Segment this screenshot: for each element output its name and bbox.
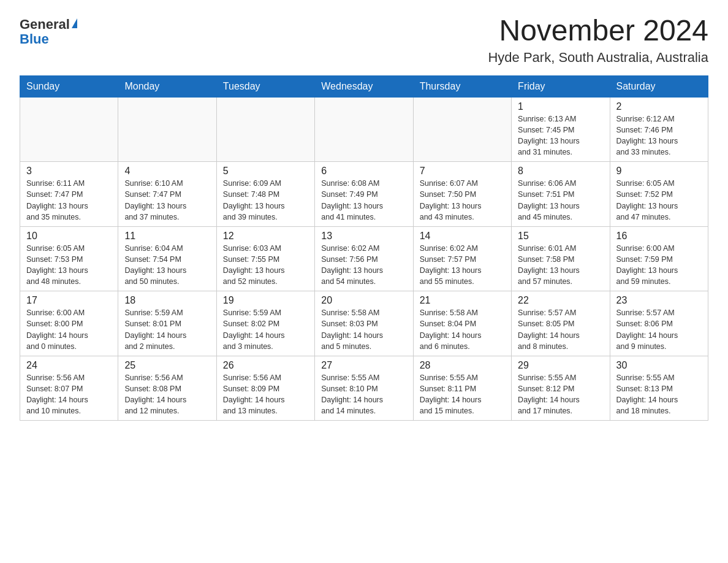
week-row-5: 24Sunrise: 5:56 AM Sunset: 8:07 PM Dayli… <box>20 356 708 421</box>
day-info: Sunrise: 5:56 AM Sunset: 8:09 PM Dayligh… <box>223 372 308 417</box>
table-cell: 18Sunrise: 5:59 AM Sunset: 8:01 PM Dayli… <box>118 291 216 356</box>
table-cell <box>118 97 216 162</box>
day-info: Sunrise: 6:10 AM Sunset: 7:47 PM Dayligh… <box>124 178 210 223</box>
header-saturday: Saturday <box>610 75 708 97</box>
day-info: Sunrise: 6:07 AM Sunset: 7:50 PM Dayligh… <box>420 178 505 223</box>
table-cell: 25Sunrise: 5:56 AM Sunset: 8:08 PM Dayli… <box>118 356 216 421</box>
calendar-table: Sunday Monday Tuesday Wednesday Thursday… <box>20 75 708 421</box>
day-info: Sunrise: 6:12 AM Sunset: 7:46 PM Dayligh… <box>616 113 702 158</box>
day-info: Sunrise: 6:00 AM Sunset: 8:00 PM Dayligh… <box>26 307 112 352</box>
table-cell: 28Sunrise: 5:55 AM Sunset: 8:11 PM Dayli… <box>413 356 511 421</box>
day-info: Sunrise: 6:05 AM Sunset: 7:52 PM Dayligh… <box>616 178 702 223</box>
logo-triangle-icon <box>72 18 77 28</box>
table-cell: 1Sunrise: 6:13 AM Sunset: 7:45 PM Daylig… <box>512 97 610 162</box>
header-thursday: Thursday <box>413 75 511 97</box>
table-cell: 19Sunrise: 5:59 AM Sunset: 8:02 PM Dayli… <box>216 291 314 356</box>
day-number: 24 <box>26 360 112 371</box>
table-cell: 5Sunrise: 6:09 AM Sunset: 7:48 PM Daylig… <box>216 162 314 227</box>
day-number: 3 <box>26 166 112 177</box>
day-info: Sunrise: 6:06 AM Sunset: 7:51 PM Dayligh… <box>518 178 603 223</box>
title-area: November 2024 Hyde Park, South Australia… <box>488 15 708 66</box>
day-number: 14 <box>420 231 505 242</box>
day-number: 4 <box>124 166 210 177</box>
day-info: Sunrise: 5:55 AM Sunset: 8:10 PM Dayligh… <box>321 372 406 417</box>
page-header: General Blue November 2024 Hyde Park, So… <box>20 15 708 66</box>
logo: General Blue <box>20 15 77 47</box>
day-number: 17 <box>26 295 112 306</box>
table-cell: 16Sunrise: 6:00 AM Sunset: 7:59 PM Dayli… <box>610 226 708 291</box>
day-number: 27 <box>321 360 406 371</box>
day-number: 19 <box>223 295 308 306</box>
day-number: 16 <box>616 231 702 242</box>
header-monday: Monday <box>118 75 216 97</box>
week-row-1: 1Sunrise: 6:13 AM Sunset: 7:45 PM Daylig… <box>20 97 708 162</box>
day-info: Sunrise: 5:56 AM Sunset: 8:08 PM Dayligh… <box>124 372 210 417</box>
day-info: Sunrise: 6:00 AM Sunset: 7:59 PM Dayligh… <box>616 243 702 288</box>
weekday-header-row: Sunday Monday Tuesday Wednesday Thursday… <box>20 75 708 97</box>
table-cell: 11Sunrise: 6:04 AM Sunset: 7:54 PM Dayli… <box>118 226 216 291</box>
day-number: 8 <box>518 166 603 177</box>
day-number: 9 <box>616 166 702 177</box>
table-cell: 2Sunrise: 6:12 AM Sunset: 7:46 PM Daylig… <box>610 97 708 162</box>
table-cell <box>413 97 511 162</box>
day-number: 30 <box>616 360 702 371</box>
table-cell: 13Sunrise: 6:02 AM Sunset: 7:56 PM Dayli… <box>315 226 413 291</box>
day-info: Sunrise: 5:59 AM Sunset: 8:02 PM Dayligh… <box>223 307 308 352</box>
table-cell: 8Sunrise: 6:06 AM Sunset: 7:51 PM Daylig… <box>512 162 610 227</box>
day-number: 25 <box>124 360 210 371</box>
table-cell: 9Sunrise: 6:05 AM Sunset: 7:52 PM Daylig… <box>610 162 708 227</box>
day-info: Sunrise: 5:55 AM Sunset: 8:11 PM Dayligh… <box>420 372 505 417</box>
day-info: Sunrise: 5:58 AM Sunset: 8:03 PM Dayligh… <box>321 307 406 352</box>
day-number: 11 <box>124 231 210 242</box>
day-info: Sunrise: 6:13 AM Sunset: 7:45 PM Dayligh… <box>518 113 603 158</box>
day-number: 2 <box>616 101 702 112</box>
header-tuesday: Tuesday <box>216 75 314 97</box>
week-row-2: 3Sunrise: 6:11 AM Sunset: 7:47 PM Daylig… <box>20 162 708 227</box>
table-cell: 26Sunrise: 5:56 AM Sunset: 8:09 PM Dayli… <box>216 356 314 421</box>
day-info: Sunrise: 6:04 AM Sunset: 7:54 PM Dayligh… <box>124 243 210 288</box>
day-info: Sunrise: 5:57 AM Sunset: 8:06 PM Dayligh… <box>616 307 702 352</box>
table-cell <box>216 97 314 162</box>
day-info: Sunrise: 5:55 AM Sunset: 8:12 PM Dayligh… <box>518 372 603 417</box>
table-cell: 29Sunrise: 5:55 AM Sunset: 8:12 PM Dayli… <box>512 356 610 421</box>
day-number: 20 <box>321 295 406 306</box>
table-cell: 20Sunrise: 5:58 AM Sunset: 8:03 PM Dayli… <box>315 291 413 356</box>
week-row-4: 17Sunrise: 6:00 AM Sunset: 8:00 PM Dayli… <box>20 291 708 356</box>
day-info: Sunrise: 6:02 AM Sunset: 7:57 PM Dayligh… <box>420 243 505 288</box>
day-number: 15 <box>518 231 603 242</box>
week-row-3: 10Sunrise: 6:05 AM Sunset: 7:53 PM Dayli… <box>20 226 708 291</box>
table-cell: 14Sunrise: 6:02 AM Sunset: 7:57 PM Dayli… <box>413 226 511 291</box>
day-number: 13 <box>321 231 406 242</box>
header-sunday: Sunday <box>20 75 118 97</box>
day-info: Sunrise: 5:55 AM Sunset: 8:13 PM Dayligh… <box>616 372 702 417</box>
day-number: 7 <box>420 166 505 177</box>
day-number: 22 <box>518 295 603 306</box>
header-wednesday: Wednesday <box>315 75 413 97</box>
day-info: Sunrise: 6:08 AM Sunset: 7:49 PM Dayligh… <box>321 178 406 223</box>
day-info: Sunrise: 5:59 AM Sunset: 8:01 PM Dayligh… <box>124 307 210 352</box>
table-cell: 21Sunrise: 5:58 AM Sunset: 8:04 PM Dayli… <box>413 291 511 356</box>
location-title: Hyde Park, South Australia, Australia <box>488 50 708 66</box>
day-number: 12 <box>223 231 308 242</box>
table-cell <box>20 97 118 162</box>
table-cell: 23Sunrise: 5:57 AM Sunset: 8:06 PM Dayli… <box>610 291 708 356</box>
table-cell: 15Sunrise: 6:01 AM Sunset: 7:58 PM Dayli… <box>512 226 610 291</box>
day-number: 21 <box>420 295 505 306</box>
day-number: 5 <box>223 166 308 177</box>
table-cell: 30Sunrise: 5:55 AM Sunset: 8:13 PM Dayli… <box>610 356 708 421</box>
day-info: Sunrise: 5:56 AM Sunset: 8:07 PM Dayligh… <box>26 372 112 417</box>
header-friday: Friday <box>512 75 610 97</box>
day-number: 10 <box>26 231 112 242</box>
table-cell: 3Sunrise: 6:11 AM Sunset: 7:47 PM Daylig… <box>20 162 118 227</box>
day-number: 23 <box>616 295 702 306</box>
day-info: Sunrise: 5:58 AM Sunset: 8:04 PM Dayligh… <box>420 307 505 352</box>
day-number: 29 <box>518 360 603 371</box>
table-cell: 10Sunrise: 6:05 AM Sunset: 7:53 PM Dayli… <box>20 226 118 291</box>
day-number: 6 <box>321 166 406 177</box>
table-cell: 4Sunrise: 6:10 AM Sunset: 7:47 PM Daylig… <box>118 162 216 227</box>
day-info: Sunrise: 6:11 AM Sunset: 7:47 PM Dayligh… <box>26 178 112 223</box>
table-cell: 17Sunrise: 6:00 AM Sunset: 8:00 PM Dayli… <box>20 291 118 356</box>
day-info: Sunrise: 6:09 AM Sunset: 7:48 PM Dayligh… <box>223 178 308 223</box>
table-cell: 7Sunrise: 6:07 AM Sunset: 7:50 PM Daylig… <box>413 162 511 227</box>
day-info: Sunrise: 6:03 AM Sunset: 7:55 PM Dayligh… <box>223 243 308 288</box>
